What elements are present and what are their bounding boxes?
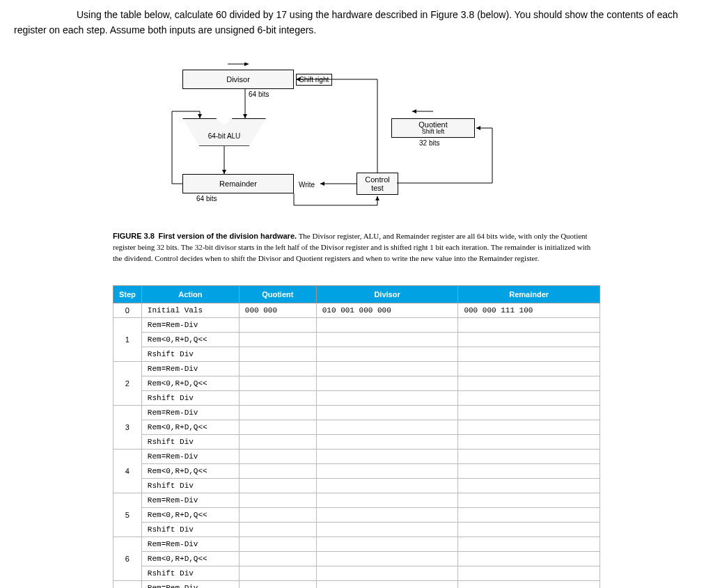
quotient-cell <box>239 449 316 463</box>
divisor-cell <box>316 478 458 493</box>
quotient-cell <box>239 522 316 537</box>
divisor-cell <box>316 361 458 376</box>
step-cell: 0 <box>113 303 142 317</box>
remainder-cell <box>458 449 600 463</box>
table-row: Rem<0,R+D,Q<< <box>113 463 600 478</box>
divisor-cell <box>316 332 458 347</box>
remainder-cell <box>458 332 600 347</box>
remainder-cell <box>458 522 600 537</box>
remainder-cell <box>458 347 600 361</box>
remainder-cell <box>458 420 600 434</box>
remainder-bits-label: 64 bits <box>196 195 217 202</box>
remainder-register-box: Remainder <box>182 174 294 193</box>
divisor-cell <box>316 463 458 478</box>
action-cell: Rem=Rem-Div <box>141 537 239 551</box>
caption-lead: FIGURE 3.8 <box>113 232 155 240</box>
divisor-cell <box>316 434 458 449</box>
table-row: 2Rem=Rem-Div <box>113 361 600 376</box>
quotient-register-box: Quotient Shift left <box>391 118 475 138</box>
quotient-cell <box>239 551 316 566</box>
table-row: 0 Initial Vals 000 000 010 001 000 000 0… <box>113 303 600 317</box>
divisor-cell: 010 001 000 000 <box>316 303 458 317</box>
remainder-cell <box>458 493 600 507</box>
divisor-cell <box>316 449 458 463</box>
figure-3-8-diagram: Divisor 64 bits Shift right 64-bit ALU Q… <box>113 63 600 223</box>
quotient-bits-label: 32 bits <box>419 139 439 147</box>
table-row: 6Rem=Rem-Div <box>113 537 600 551</box>
quotient-cell: 000 000 <box>239 303 316 317</box>
table-row: 5Rem=Rem-Div <box>113 493 600 507</box>
step-cell: 1 <box>113 317 142 361</box>
action-cell: Rem=Rem-Div <box>141 580 239 588</box>
quotient-cell <box>239 332 316 347</box>
divisor-cell <box>316 493 458 507</box>
remainder-cell <box>458 566 600 580</box>
action-cell: Rshift Div <box>141 522 239 537</box>
quotient-cell <box>239 507 316 522</box>
action-cell: Rem<0,R+D,Q<< <box>141 551 239 566</box>
action-cell: Rem=Rem-Div <box>141 317 239 332</box>
quotient-cell <box>239 537 316 551</box>
col-step: Step <box>113 285 142 303</box>
step-cell: 7 <box>113 580 142 588</box>
col-quotient: Quotient <box>239 285 316 303</box>
divisor-cell <box>316 522 458 537</box>
step-cell: 3 <box>113 405 142 449</box>
quotient-cell <box>239 420 316 434</box>
action-cell: Rem<0,R+D,Q<< <box>141 463 239 478</box>
table-row: Rshift Div <box>113 347 600 361</box>
quotient-cell <box>239 347 316 361</box>
remainder-cell <box>458 463 600 478</box>
question-line2: register on each step. Assume both input… <box>14 24 316 35</box>
control-label: Control test <box>365 175 389 192</box>
action-cell: Rem=Rem-Div <box>141 449 239 463</box>
write-label: Write <box>299 181 315 189</box>
step-cell: 5 <box>113 493 142 537</box>
remainder-cell <box>458 507 600 522</box>
divisor-cell <box>316 537 458 551</box>
divisor-cell <box>316 390 458 405</box>
table-row: Rshift Div <box>113 566 600 580</box>
question-line1: Using the table below, calculate 60 divi… <box>77 9 678 20</box>
quotient-cell <box>239 390 316 405</box>
table-row: Rshift Div <box>113 478 600 493</box>
action-cell: Rem<0,R+D,Q<< <box>141 420 239 434</box>
table-row: 1Rem=Rem-Div <box>113 317 600 332</box>
table-row: Rem<0,R+D,Q<< <box>113 376 600 390</box>
question-text: Using the table below, calculate 60 divi… <box>14 7 699 38</box>
col-action: Action <box>141 285 239 303</box>
action-cell: Rshift Div <box>141 390 239 405</box>
figure-caption: FIGURE 3.8 First version of the division… <box>113 231 600 264</box>
divisor-cell <box>316 420 458 434</box>
divisor-cell <box>316 507 458 522</box>
remainder-cell <box>458 434 600 449</box>
alu-label: 64-bit ALU <box>208 124 241 140</box>
control-test-box: Control test <box>356 173 398 195</box>
divisor-cell <box>316 376 458 390</box>
remainder-cell <box>458 390 600 405</box>
action-cell: Rshift Div <box>141 347 239 361</box>
divisor-cell <box>316 405 458 420</box>
quotient-shift-label: Shift left <box>422 129 445 135</box>
remainder-cell <box>458 376 600 390</box>
quotient-cell <box>239 434 316 449</box>
table-row: 4Rem=Rem-Div <box>113 449 600 463</box>
action-cell: Rshift Div <box>141 434 239 449</box>
remainder-cell <box>458 361 600 376</box>
col-divisor: Divisor <box>316 285 458 303</box>
divisor-bits-label: 64 bits <box>249 90 269 98</box>
divisor-cell <box>316 347 458 361</box>
action-cell: Rem=Rem-Div <box>141 405 239 420</box>
quotient-cell <box>239 361 316 376</box>
quotient-cell <box>239 580 316 588</box>
quotient-cell <box>239 376 316 390</box>
table-row: Rshift Div <box>113 390 600 405</box>
step-cell: 4 <box>113 449 142 493</box>
col-remainder: Remainder <box>458 285 600 303</box>
quotient-cell <box>239 478 316 493</box>
action-cell: Rem=Rem-Div <box>141 361 239 376</box>
division-steps-table: Step Action Quotient Divisor Remainder 0… <box>113 285 600 588</box>
table-row: Rem<0,R+D,Q<< <box>113 420 600 434</box>
divisor-register-box: Divisor <box>182 70 294 89</box>
table-row: Rem<0,R+D,Q<< <box>113 507 600 522</box>
